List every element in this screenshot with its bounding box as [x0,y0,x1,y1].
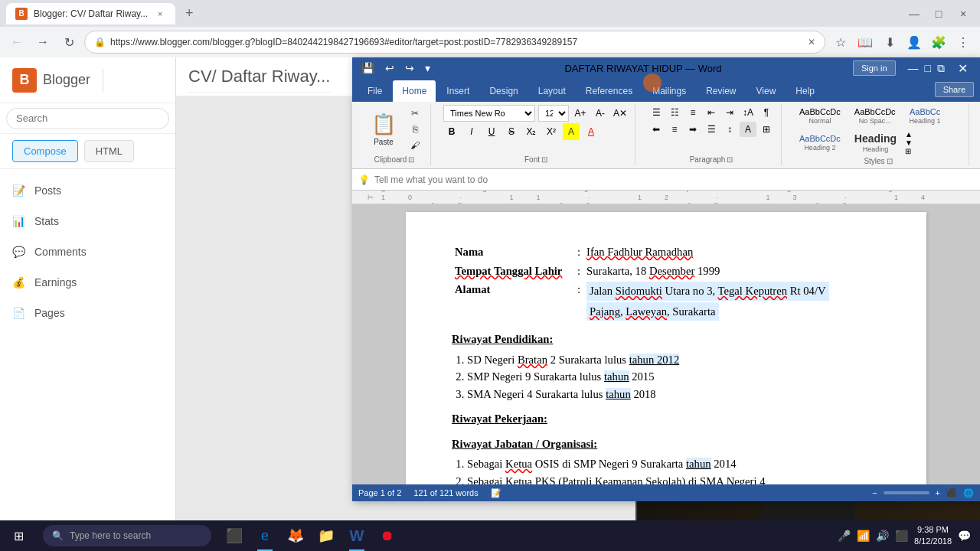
bold-button[interactable]: B [443,123,460,140]
firefox-button[interactable]: 🦊 [282,520,309,551]
tab-help[interactable]: Help [786,80,824,102]
font-color-button[interactable]: A [583,123,599,140]
tab-close-button[interactable]: × [154,8,166,20]
back-button[interactable]: ← [6,31,28,53]
styles-expand-icon[interactable]: ⊡ [887,157,893,165]
zoom-out-icon[interactable]: − [872,488,877,497]
font-size-selector[interactable]: 12 [538,105,569,122]
line-spacing-button[interactable]: ↕ [721,122,738,137]
styles-scroll[interactable]: ▲ ▼ ⊞ [905,130,913,155]
taskbar-clock[interactable]: 9:38 PM 8/12/2018 [914,524,952,548]
cut-button[interactable]: ✂ [406,106,424,121]
browser-tab[interactable]: B Blogger: CV/ Daftar Riway... × [6,3,175,24]
restore-word-icon[interactable]: □ [923,60,933,77]
restore2-word-icon[interactable]: ⧉ [936,60,946,77]
taskbar-search-bar[interactable]: 🔍 Type here to search [43,525,211,546]
forward-button[interactable]: → [32,31,54,53]
word-save-icon[interactable]: 💾 [358,60,377,76]
font-name-selector[interactable]: Times New Ro [443,105,535,122]
clipboard-expand-icon[interactable]: ⊡ [408,155,414,164]
italic-button[interactable]: I [463,123,480,140]
style-heading2[interactable]: AaBbCcDc Heading 2 [794,132,846,154]
show-formatting-button[interactable]: ¶ [758,105,775,120]
word-redo-icon[interactable]: ↪ [402,60,417,76]
edge-button[interactable]: e [251,520,279,551]
bookmark-star-icon[interactable]: ☆ [830,31,851,53]
volume-icon[interactable]: 🔊 [876,530,889,542]
html-button[interactable]: HTML [84,140,134,162]
tab-view[interactable]: View [747,80,786,102]
notification-icon[interactable]: 💬 [958,530,971,542]
maximize-button[interactable]: □ [928,3,949,24]
word-dropdown-icon[interactable]: ▾ [422,60,433,76]
align-right-button[interactable]: ➡ [684,122,701,137]
nav-stats[interactable]: 📊 Stats [0,206,175,236]
tab-home[interactable]: Home [393,80,436,102]
media-button[interactable]: ⏺ [374,520,401,551]
explorer-button[interactable]: 📁 [312,520,340,551]
align-center-button[interactable]: ≡ [666,122,683,137]
nav-comments[interactable]: 💬 Comments [0,236,175,267]
nav-posts[interactable]: 📝 Posts [0,175,175,206]
spell-check-icon[interactable]: 📝 [491,488,501,498]
minimize-word-icon[interactable]: — [906,60,920,77]
share-button[interactable]: Share [935,82,974,97]
minimize-button[interactable]: — [903,3,925,24]
tell-me-input[interactable] [374,174,974,185]
align-left-button[interactable]: ⬅ [648,122,665,137]
nav-earnings[interactable]: 💰 Earnings [0,267,175,298]
tab-file[interactable]: File [358,80,391,102]
view-web-icon[interactable]: 🌐 [963,488,974,498]
sort-button[interactable]: ↕A [740,105,756,120]
new-tab-button[interactable]: + [178,3,200,24]
tab-layout[interactable]: Layout [529,80,575,102]
bullets-button[interactable]: ☰ [648,105,665,120]
refresh-button[interactable]: ↻ [58,31,80,53]
increase-font-button[interactable]: A+ [572,105,589,122]
multilevel-list-button[interactable]: ≡ [684,105,701,120]
decrease-font-button[interactable]: A- [592,105,609,122]
justify-button[interactable]: ☰ [703,122,720,137]
address-bar[interactable]: 🔒 https://www.blogger.com/blogger.g?blog… [84,31,825,54]
taskview-button[interactable]: ⬛ [220,520,248,551]
view-print-icon[interactable]: ⬛ [946,488,957,498]
word-document[interactable]: Nama : Ifan Fadhlur Ramadhan Tempat Tang… [352,204,980,484]
style-no-spacing[interactable]: AaBbCcDc No Spac... [849,105,901,127]
paste-button[interactable]: 📋 Paste [364,106,403,153]
compose-button[interactable]: Compose [12,140,78,162]
style-heading1[interactable]: AaBbCc Heading 1 [904,105,946,127]
style-heading[interactable]: Heading Heading [849,130,902,155]
nav-pages[interactable]: 📄 Pages [0,298,175,328]
reading-list-icon[interactable]: 📖 [854,31,876,53]
menu-icon[interactable]: ⋮ [952,31,974,53]
strikethrough-button[interactable]: S [503,123,520,140]
clear-format-button[interactable]: A✕ [612,105,629,122]
format-painter-button[interactable]: 🖌 [406,138,424,153]
borders-button[interactable]: ⊞ [758,122,775,137]
font-expand-icon[interactable]: ⊡ [541,155,547,164]
highlight-button[interactable]: A [563,123,580,140]
subscript-button[interactable]: X₂ [523,123,540,140]
increase-indent-button[interactable]: ⇥ [721,105,738,120]
underline-button[interactable]: U [483,123,500,140]
numbering-button[interactable]: ☷ [666,105,683,120]
profile-icon[interactable]: 👤 [903,31,925,53]
network-icon[interactable]: 📶 [857,530,870,542]
signin-button[interactable]: Sign in [853,60,896,76]
word-undo-icon[interactable]: ↩ [382,60,397,76]
tab-insert[interactable]: Insert [437,80,479,102]
tab-review[interactable]: Review [697,80,745,102]
style-normal[interactable]: AaBbCcDc Normal [794,105,846,127]
word-close-button[interactable]: ✕ [951,57,974,79]
extensions-icon[interactable]: 🧩 [928,31,949,53]
tab-references[interactable]: References [577,80,642,102]
zoom-in-icon[interactable]: + [936,488,940,497]
copy-button[interactable]: ⎘ [406,122,424,137]
search-input[interactable] [6,108,169,129]
decrease-indent-button[interactable]: ⇤ [703,105,720,120]
superscript-button[interactable]: X² [543,123,560,140]
paragraph-expand-icon[interactable]: ⊡ [727,155,733,164]
tab-mailings[interactable]: Mailings [643,80,695,102]
shading-button[interactable]: A [740,122,756,137]
mic-icon[interactable]: 🎤 [838,530,851,542]
